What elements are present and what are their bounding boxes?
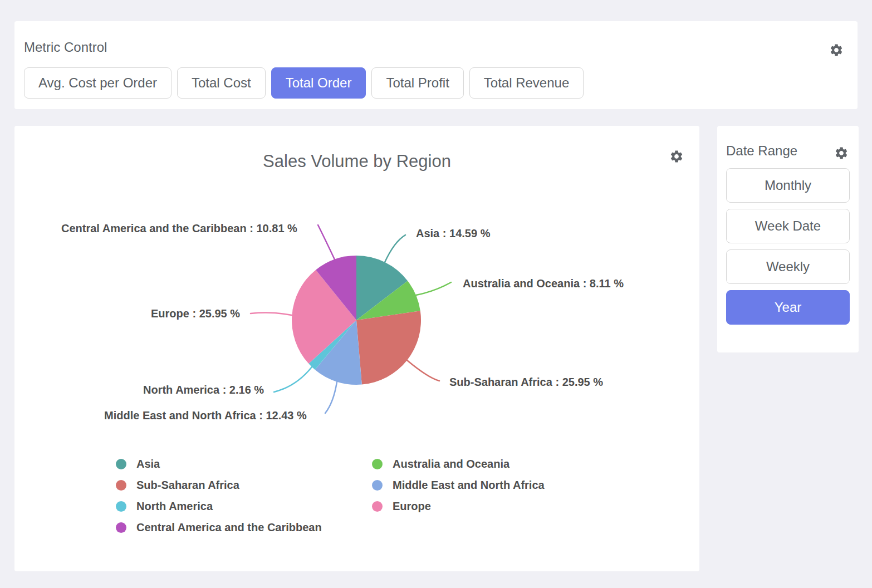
dashboard-page: Metric Control Avg. Cost per OrderTotal … bbox=[0, 0, 872, 588]
date-range-button-week-date[interactable]: Week Date bbox=[726, 209, 850, 243]
metric-control-title: Metric Control bbox=[24, 21, 848, 55]
pie-callout-line-north-america bbox=[274, 367, 312, 392]
legend-item-europe[interactable]: Europe bbox=[372, 496, 545, 517]
pie-label-central-america-and-the-caribbean: Central America and the Caribbean : 10.8… bbox=[61, 222, 297, 235]
pie-label-asia: Asia : 14.59 % bbox=[416, 227, 490, 240]
date-range-panel: Date Range MonthlyWeek DateWeeklyYear bbox=[717, 126, 859, 352]
metric-settings-gear-icon[interactable] bbox=[829, 43, 844, 57]
pie-callout-line-middle-east-and-north-africa bbox=[325, 382, 337, 413]
pie-callout-line-australia-and-oceania bbox=[416, 282, 451, 295]
date-range-title: Date Range bbox=[726, 126, 850, 159]
legend-dot-icon bbox=[116, 480, 126, 491]
legend-dot-icon bbox=[372, 459, 383, 469]
legend-dot-icon bbox=[372, 501, 383, 512]
legend-item-sub-saharan-africa[interactable]: Sub-Saharan Africa bbox=[116, 474, 372, 496]
legend-item-asia[interactable]: Asia bbox=[116, 453, 372, 474]
legend-label: Europe bbox=[393, 500, 431, 513]
date-range-button-monthly[interactable]: Monthly bbox=[726, 168, 850, 203]
legend-label: Middle East and North Africa bbox=[393, 479, 545, 492]
legend-item-central-america-and-the-caribbean[interactable]: Central America and the Caribbean bbox=[116, 517, 372, 538]
pie-label-north-america: North America : 2.16 % bbox=[143, 384, 264, 396]
pie-callout-line-asia bbox=[385, 235, 405, 262]
pie-callout-line-sub-saharan-africa bbox=[407, 360, 439, 381]
pie-callout-line-central-america-and-the-caribbean bbox=[318, 225, 335, 259]
metric-button-total-profit[interactable]: Total Profit bbox=[371, 67, 463, 99]
legend-label: Asia bbox=[136, 458, 160, 471]
metric-button-total-order[interactable]: Total Order bbox=[271, 67, 366, 99]
pie-label-australia-and-oceania: Australia and Oceania : 8.11 % bbox=[463, 277, 624, 290]
legend-dot-icon bbox=[116, 501, 126, 512]
metric-button-total-cost[interactable]: Total Cost bbox=[177, 67, 266, 99]
legend-item-north-america[interactable]: North America bbox=[116, 496, 372, 517]
pie-label-sub-saharan-africa: Sub-Saharan Africa : 25.95 % bbox=[449, 376, 603, 389]
legend-label: Australia and Oceania bbox=[393, 458, 510, 471]
legend-column-1: AsiaSub-Saharan AfricaNorth AmericaCentr… bbox=[116, 453, 372, 538]
metric-button-total-revenue[interactable]: Total Revenue bbox=[469, 67, 584, 99]
pie-slice-sub-saharan-africa[interactable] bbox=[356, 311, 421, 384]
metric-buttons-row: Avg. Cost per OrderTotal CostTotal Order… bbox=[24, 67, 848, 99]
legend-label: North America bbox=[136, 500, 213, 513]
pie-callout-line-europe bbox=[251, 313, 292, 315]
legend-item-australia-and-oceania[interactable]: Australia and Oceania bbox=[372, 453, 545, 474]
legend-dot-icon bbox=[372, 480, 383, 491]
legend-column-2: Australia and OceaniaMiddle East and Nor… bbox=[372, 453, 545, 538]
pie-label-europe: Europe : 25.95 % bbox=[151, 307, 240, 320]
metric-control-panel: Metric Control Avg. Cost per OrderTotal … bbox=[14, 21, 858, 109]
legend-dot-icon bbox=[116, 522, 126, 533]
content-row: Sales Volume by Region Asia : 14.59 %Aus… bbox=[14, 126, 858, 571]
legend-label: Central America and the Caribbean bbox=[136, 521, 322, 534]
legend-item-middle-east-and-north-africa[interactable]: Middle East and North Africa bbox=[372, 474, 545, 496]
date-range-button-weekly[interactable]: Weekly bbox=[726, 249, 850, 284]
chart-legend: AsiaSub-Saharan AfricaNorth AmericaCentr… bbox=[116, 453, 545, 538]
legend-dot-icon bbox=[116, 459, 126, 469]
date-range-buttons: MonthlyWeek DateWeeklyYear bbox=[726, 168, 850, 325]
metric-button-avg-cost-per-order[interactable]: Avg. Cost per Order bbox=[24, 67, 172, 99]
pie-label-middle-east-and-north-africa: Middle East and North Africa : 12.43 % bbox=[104, 409, 307, 422]
legend-label: Sub-Saharan Africa bbox=[136, 479, 239, 492]
date-range-settings-gear-icon[interactable] bbox=[834, 146, 849, 160]
chart-panel: Sales Volume by Region Asia : 14.59 %Aus… bbox=[14, 126, 699, 571]
date-range-button-year[interactable]: Year bbox=[726, 290, 850, 325]
